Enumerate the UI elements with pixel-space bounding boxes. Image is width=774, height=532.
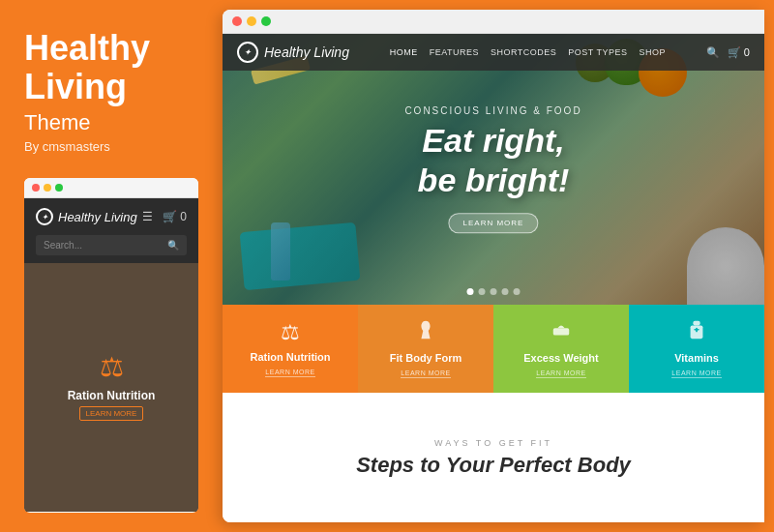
mini-nav: ✦ Healthy Living ☰ 🛒 0	[24, 198, 198, 235]
browser-content: ✦ Healthy Living HOME FEATURES SHORTCODE…	[223, 34, 764, 522]
mini-search-icon: 🔍	[167, 240, 179, 251]
theme-title: Healthy Living Theme By cmsmasters	[24, 29, 198, 178]
ration-nutrition-icon: ⚖	[281, 320, 300, 345]
nav-shop[interactable]: SHOP	[640, 47, 667, 57]
mini-logo: ✦ Healthy Living	[36, 208, 137, 225]
mini-dot-yellow	[44, 184, 51, 192]
hero-text-block: Conscious Living & Food Eat right, be br…	[404, 105, 581, 233]
nav-home[interactable]: HOME	[390, 47, 418, 57]
cart-icon[interactable]: 🛒 0	[728, 46, 750, 59]
mini-titlebar	[24, 178, 198, 198]
dot-red	[232, 16, 242, 26]
hero-dots	[467, 288, 521, 295]
hero-dot-4[interactable]	[502, 288, 509, 295]
left-panel: Healthy Living Theme By cmsmasters ✦ Hea…	[0, 0, 223, 532]
tile-vitamins[interactable]: Vitamins LEARN MORE	[629, 305, 764, 393]
svg-rect-1	[693, 321, 700, 326]
nav-features[interactable]: FEATURES	[430, 47, 479, 57]
hero-dot-3[interactable]	[491, 288, 497, 295]
site-logo-icon: ✦	[237, 42, 258, 63]
svg-rect-0	[553, 328, 570, 335]
nav-shortcodes[interactable]: SHORTCODES	[491, 47, 556, 57]
hero-dot-5[interactable]	[514, 288, 521, 295]
bottom-section: WAYS TO GET FIT Steps to Your Perfect Bo…	[223, 393, 764, 522]
hero-dot-1[interactable]	[467, 288, 474, 295]
mini-browser-preview: ✦ Healthy Living ☰ 🛒 0 Search... 🔍 ⚖ Rat…	[24, 178, 198, 513]
site-header: ✦ Healthy Living HOME FEATURES SHORTCODE…	[223, 34, 764, 71]
nav-post-types[interactable]: POST TYPES	[568, 47, 627, 57]
mini-nav-icons: ☰ 🛒 0	[142, 210, 187, 223]
excess-weight-icon	[551, 319, 572, 346]
mini-hero-area: ⚖ Ration Nutrition LEARN MORE	[24, 263, 198, 512]
mini-content: ✦ Healthy Living ☰ 🛒 0 Search... 🔍 ⚖ Rat…	[24, 198, 198, 512]
tile-excess-weight[interactable]: Excess Weight LEARN MORE	[493, 305, 629, 393]
category-tiles: ⚖ Ration Nutrition LEARN MORE Fit Body F…	[223, 305, 764, 393]
mini-search-bar[interactable]: Search... 🔍	[36, 235, 187, 255]
tile-ration-nutrition[interactable]: ⚖ Ration Nutrition LEARN MORE	[223, 305, 358, 393]
mini-cart-icon: 🛒 0	[163, 210, 187, 223]
svg-rect-4	[696, 328, 698, 333]
search-icon[interactable]: 🔍	[706, 46, 720, 59]
main-browser: ✦ Healthy Living HOME FEATURES SHORTCODE…	[223, 10, 764, 522]
hero-learn-more-button[interactable]: LEARN MORE	[449, 213, 539, 233]
hero-title: Eat right, be bright!	[404, 121, 581, 200]
fit-body-icon	[415, 319, 436, 346]
nav-icons: 🔍 🛒 0	[706, 46, 750, 59]
dot-yellow	[247, 16, 256, 26]
mini-logo-icon: ✦	[36, 208, 53, 225]
mini-menu-icon: ☰	[142, 210, 153, 223]
site-logo: ✦ Healthy Living	[237, 42, 349, 63]
site-nav: HOME FEATURES SHORTCODES POST TYPES SHOP	[390, 47, 666, 57]
hero-background: Conscious Living & Food Eat right, be br…	[223, 34, 764, 305]
tile-fit-body[interactable]: Fit Body Form LEARN MORE	[358, 305, 493, 393]
browser-titlebar	[223, 10, 764, 34]
dot-green	[261, 16, 271, 26]
mini-dot-red	[32, 184, 40, 192]
vitamins-icon	[686, 319, 707, 346]
mini-dot-green	[55, 184, 63, 192]
mini-category-icon: ⚖	[100, 354, 124, 381]
hero-dot-2[interactable]	[479, 288, 486, 295]
hero-section: ✦ Healthy Living HOME FEATURES SHORTCODE…	[223, 34, 764, 305]
